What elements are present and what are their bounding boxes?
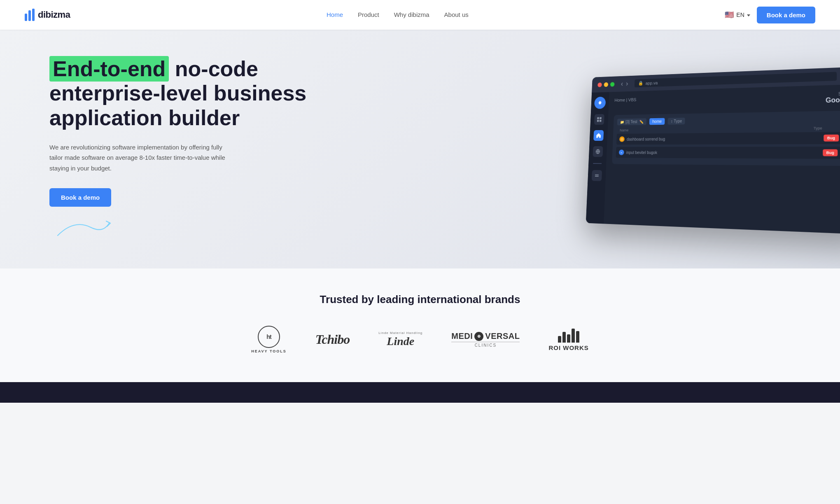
svg-rect-5 — [595, 174, 599, 175]
table-badge-active[interactable]: home — [649, 118, 665, 125]
app-table-header: 📁 [3] Test ✏️ home ↕ Type — [617, 115, 840, 126]
roi-bar-2 — [562, 332, 566, 343]
table-badge-test[interactable]: 📁 [3] Test ✏️ — [617, 118, 646, 125]
row-avatar-2: • — [619, 149, 624, 155]
nav-link-about[interactable]: About us — [444, 11, 469, 18]
nav-book-demo-button[interactable]: Book a demo — [757, 7, 815, 23]
trusted-section: Trusted by leading international brands … — [0, 268, 840, 382]
hero-section: End-to-end no-code enterprise-level busi… — [0, 30, 840, 268]
roi-bar-1 — [558, 336, 561, 343]
flag-icon: 🇺🇸 — [725, 10, 734, 19]
row-avatar: O — [619, 136, 625, 142]
brand-medioversal[interactable]: MEDI ⊕ VERSAL CLINICS — [451, 331, 520, 348]
footer-stripe — [0, 382, 840, 403]
medioversal-circle: ⊕ — [474, 332, 483, 341]
sidebar-globe-icon[interactable] — [593, 146, 603, 157]
roi-bar-3 — [567, 334, 570, 343]
linde-logo: Linde Material Handling Linde — [378, 331, 422, 348]
svg-rect-1 — [600, 117, 602, 119]
browser-dots — [597, 82, 614, 87]
nav-right: 🇺🇸 EN Book a demo — [725, 7, 815, 23]
lock-icon: 🔒 — [638, 81, 644, 86]
row-label: dashboard sorrend bug — [627, 136, 821, 141]
browser-forward-icon[interactable]: › — [626, 79, 628, 88]
hero-content: End-to-end no-code enterprise-level busi… — [0, 57, 420, 242]
svg-rect-2 — [597, 120, 599, 122]
linde-main: Linde — [387, 335, 414, 348]
browser-mockup: ‹ › 🔒 app.va ▣ ◑ — [586, 66, 840, 235]
browser-url-text: app.va — [645, 80, 658, 85]
hero-book-demo-button[interactable]: Book a demo — [49, 188, 111, 207]
row-label-2: input bevitel bugok — [626, 150, 820, 155]
language-selector[interactable]: 🇺🇸 EN — [725, 10, 750, 19]
nav-item-about[interactable]: About us — [444, 11, 469, 19]
roiworks-logo: ROI WORKS — [548, 328, 588, 351]
nav-links: Home Product Why dibizma About us — [327, 11, 469, 19]
sidebar-home-icon[interactable] — [593, 130, 604, 141]
sidebar-layers-icon[interactable] — [592, 170, 602, 181]
hero-visual: ‹ › 🔒 app.va ▣ ◑ — [586, 66, 840, 235]
nav-item-product[interactable]: Product — [358, 11, 379, 19]
logos-row: ht HEAVY TOOLS Tchibo Linde Material Han… — [25, 326, 815, 353]
status-pill-bug-2: Bug — [823, 149, 838, 156]
chevron-down-icon — [747, 14, 750, 16]
brand-heavytools[interactable]: ht HEAVY TOOLS — [251, 326, 287, 353]
roiworks-text: ROI WORKS — [548, 344, 588, 351]
roiworks-bars — [558, 328, 579, 343]
brand-tchibo[interactable]: Tchibo — [315, 332, 350, 347]
hero-arrow-decoration — [49, 215, 404, 241]
app-breadcrumb: Home | VBS — [614, 97, 636, 103]
svg-rect-0 — [597, 117, 599, 119]
roi-bar-5 — [576, 331, 579, 343]
status-pill-bug: Bug — [824, 135, 839, 142]
browser-dot-green — [610, 82, 615, 86]
linde-sub: Linde Material Handling — [378, 331, 422, 335]
svg-rect-3 — [600, 120, 602, 122]
hero-subtitle: We are revolutionizing software implemen… — [49, 142, 231, 174]
table-row: • input bevitel bugok Bug Task — [616, 147, 840, 159]
language-label: EN — [736, 12, 744, 18]
roi-bar-4 — [572, 329, 575, 343]
app-greeting: Good morn — [826, 96, 840, 104]
heavytools-circle: ht — [258, 326, 280, 348]
app-header-bar: Home | VBS Saturday, No Good morn — [614, 91, 840, 109]
medioversal-sub: CLINICS — [475, 343, 497, 348]
browser-dot-yellow — [604, 82, 608, 86]
app-main-content: Home | VBS Saturday, No Good morn 📁 [3] … — [604, 84, 840, 235]
brand-linde[interactable]: Linde Material Handling Linde — [378, 331, 422, 348]
browser-back-icon[interactable]: ‹ — [621, 80, 623, 88]
svg-rect-6 — [595, 176, 599, 177]
browser-body: Home | VBS Saturday, No Good morn 📁 [3] … — [586, 84, 840, 235]
navbar: dibizma Home Product Why dibizma About u… — [0, 0, 840, 30]
sidebar-grid-icon[interactable] — [594, 114, 604, 125]
logo-text: dibizma — [38, 9, 70, 20]
table-badge-sort[interactable]: ↕ Type — [668, 118, 685, 125]
browser-dot-red — [597, 82, 602, 87]
nav-link-product[interactable]: Product — [358, 11, 379, 18]
app-settings-icon[interactable] — [594, 97, 606, 109]
hero-title: End-to-end no-code enterprise-level busi… — [49, 57, 404, 131]
logo[interactable]: dibizma — [25, 9, 70, 21]
logo-icon — [25, 9, 35, 21]
hero-highlight: End-to-end — [49, 56, 169, 82]
app-date: Saturday, No — [826, 91, 840, 97]
sidebar-divider — [593, 163, 602, 164]
medioversal-top: MEDI ⊕ VERSAL — [451, 331, 520, 341]
nav-item-home[interactable]: Home — [327, 11, 343, 19]
trusted-title: Trusted by leading international brands — [25, 293, 815, 306]
heavytools-logo: ht HEAVY TOOLS — [251, 326, 287, 353]
medioversal-logo: MEDI ⊕ VERSAL CLINICS — [451, 331, 520, 348]
table-row: O dashboard sorrend bug Bug Bug — [616, 132, 840, 145]
nav-link-home[interactable]: Home — [327, 11, 343, 18]
brand-roiworks[interactable]: ROI WORKS — [548, 328, 588, 351]
medioversal-divider — [451, 342, 520, 342]
app-table-area: 📁 [3] Test ✏️ home ↕ Type Name Type Nor — [612, 110, 840, 166]
nav-item-why[interactable]: Why dibizma — [394, 11, 429, 19]
heavytools-initials: ht — [266, 334, 271, 340]
tchibo-logo-text: Tchibo — [315, 332, 350, 347]
heavytools-name: HEAVY TOOLS — [251, 349, 287, 353]
nav-link-why[interactable]: Why dibizma — [394, 11, 429, 18]
